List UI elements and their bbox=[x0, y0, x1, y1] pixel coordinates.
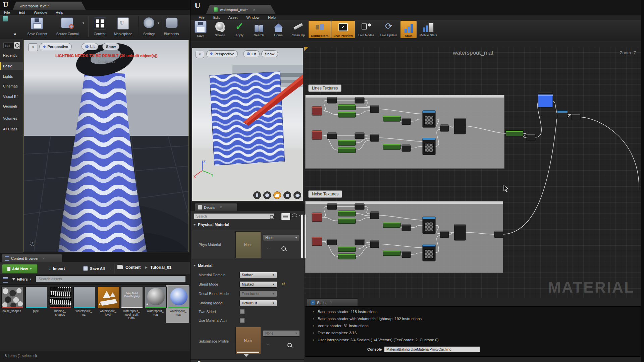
graph-node[interactable] bbox=[440, 231, 449, 238]
graph-node[interactable] bbox=[557, 111, 568, 118]
modes-panel-icon[interactable] bbox=[3, 16, 8, 21]
menu-file[interactable]: File bbox=[199, 15, 205, 19]
details-visibility-button[interactable]: ▼ bbox=[292, 214, 301, 217]
material-tab[interactable]: waterspout_mat* × bbox=[206, 5, 276, 14]
source-control-caret-icon[interactable]: ▼ bbox=[82, 21, 85, 25]
graph-node[interactable] bbox=[370, 105, 379, 113]
toolbar-save-button[interactable]: Save bbox=[191, 21, 210, 38]
settings-caret-icon[interactable]: ▼ bbox=[157, 21, 160, 25]
phys-material-browse-icon[interactable] bbox=[281, 246, 286, 251]
graph-node[interactable] bbox=[338, 254, 356, 259]
toolbar-home-button[interactable]: Home bbox=[269, 21, 288, 37]
subsurface-profile-thumbnail[interactable]: None bbox=[235, 327, 261, 354]
menu-edit[interactable]: Edit bbox=[19, 10, 25, 14]
toolbar-live-preview-button[interactable]: ✓ Live Preview bbox=[331, 21, 355, 38]
graph-node[interactable] bbox=[454, 224, 466, 240]
level-viewport[interactable]: ▼ ✥ Perspective Lit Show LIGHTING NEEDS … bbox=[23, 40, 189, 252]
details-search-input[interactable] bbox=[194, 213, 274, 219]
graph-node[interactable] bbox=[423, 244, 435, 261]
tab-close-icon[interactable]: × bbox=[253, 8, 255, 12]
breadcrumb-content[interactable]: Content bbox=[125, 265, 141, 270]
menu-edit[interactable]: Edit bbox=[213, 15, 220, 19]
phys-material-thumbnail[interactable]: None bbox=[235, 231, 261, 258]
graph-node[interactable] bbox=[355, 133, 364, 139]
toolbar-connectors-button[interactable]: Connectors bbox=[309, 21, 331, 38]
graph-node[interactable] bbox=[370, 212, 379, 219]
graph-node[interactable] bbox=[402, 251, 411, 258]
menu-file[interactable]: File bbox=[4, 10, 10, 14]
use-material-attributes-checkbox[interactable] bbox=[239, 318, 245, 323]
material-domain-dropdown[interactable]: Surface▼ bbox=[239, 272, 277, 278]
graph-node[interactable] bbox=[572, 114, 580, 120]
content-icon[interactable] bbox=[94, 17, 106, 29]
mode-item-basic[interactable]: Basic bbox=[0, 62, 23, 70]
viewport-perspective-button[interactable]: ✥ Perspective bbox=[39, 43, 72, 50]
viewport-show-button[interactable]: Show bbox=[102, 43, 119, 50]
breadcrumb-current[interactable]: Tutorial_01 bbox=[150, 265, 171, 270]
graph-node[interactable] bbox=[370, 240, 379, 248]
details-scroll-more-icon[interactable] bbox=[244, 354, 249, 357]
graph-node[interactable] bbox=[327, 97, 337, 103]
nav-back-button[interactable]: ← bbox=[100, 265, 105, 271]
asset-tile-waterspout-01[interactable] bbox=[73, 287, 95, 308]
graph-node[interactable] bbox=[383, 250, 400, 256]
toolbar-live-update-button[interactable]: ⟳ Live Update bbox=[378, 21, 400, 37]
graph-node[interactable] bbox=[454, 118, 466, 134]
graph-node[interactable] bbox=[338, 147, 356, 153]
content-browser-tab[interactable]: Content Browser × bbox=[1, 254, 62, 262]
level-tab[interactable]: waterspout_level* bbox=[13, 1, 86, 10]
mode-item-volumes[interactable]: Volumes bbox=[0, 115, 23, 122]
graph-node[interactable] bbox=[402, 224, 411, 231]
graph-node[interactable] bbox=[338, 140, 356, 145]
mode-item-geometry[interactable]: Geometr bbox=[0, 103, 23, 110]
toolbar-live-nodes-button[interactable]: Live Nodes bbox=[356, 21, 377, 37]
toolbar-search-button[interactable]: Search bbox=[250, 21, 268, 37]
material-node-graph[interactable]: waterspout_mat Zoom -7 Lines Textures No… bbox=[304, 47, 642, 298]
tab-close-icon[interactable]: × bbox=[43, 256, 45, 260]
viewport-lit-button[interactable]: Lit bbox=[82, 43, 98, 50]
shape-plane-button[interactable] bbox=[273, 191, 281, 199]
graph-node[interactable] bbox=[338, 112, 356, 117]
preview-perspective-button[interactable]: ✥ Perspective bbox=[206, 50, 238, 57]
preview-lit-button[interactable]: Lit bbox=[243, 50, 260, 57]
toolbar-cleanup-button[interactable]: Clean Up bbox=[288, 21, 308, 37]
graph-node[interactable] bbox=[355, 239, 364, 245]
toolbar-mobile-stats-button[interactable]: Mobile Stats bbox=[417, 21, 439, 37]
graph-node[interactable] bbox=[494, 231, 503, 238]
graph-node[interactable] bbox=[338, 218, 356, 224]
import-button[interactable]: ⤓ Import bbox=[49, 264, 65, 273]
graph-node[interactable] bbox=[370, 134, 379, 141]
tab-close-icon[interactable]: × bbox=[330, 301, 332, 304]
blend-mode-dropdown[interactable]: Masked▼ bbox=[239, 281, 277, 288]
toolbar-stats-button[interactable]: Stats bbox=[400, 21, 417, 38]
preview-options-caret[interactable]: ▼ bbox=[196, 51, 204, 58]
graph-node[interactable] bbox=[327, 133, 337, 139]
details-scrollbar[interactable] bbox=[301, 215, 303, 258]
asset-tile-built-data[interactable]: Map Build Data Registry bbox=[121, 287, 143, 308]
material-preview-viewport[interactable]: Z X Y ▼ ✥ Perspective Lit Show bbox=[192, 48, 303, 201]
graph-node[interactable] bbox=[338, 246, 356, 252]
graph-node[interactable] bbox=[327, 203, 337, 209]
stats-tab[interactable]: ≡ Stats × bbox=[307, 298, 358, 306]
expand-chevrons-icon[interactable]: » bbox=[13, 31, 16, 37]
phys-material-dropdown[interactable]: None▼ bbox=[263, 235, 300, 241]
view-options-icon[interactable] bbox=[3, 277, 8, 283]
graph-node[interactable] bbox=[312, 131, 322, 139]
asset-tile-noise-shapes[interactable] bbox=[1, 287, 23, 308]
graph-node[interactable] bbox=[402, 145, 411, 152]
asset-tile-waterspout-mat[interactable]: * bbox=[145, 287, 167, 308]
preview-show-button[interactable]: Show bbox=[261, 50, 278, 57]
mode-item-lights[interactable]: Lights bbox=[0, 73, 23, 80]
save-current-icon[interactable] bbox=[31, 17, 43, 29]
console-input[interactable] bbox=[384, 346, 480, 352]
graph-node[interactable] bbox=[423, 217, 435, 234]
graph-node[interactable] bbox=[312, 107, 322, 115]
menu-help[interactable]: Help bbox=[56, 10, 63, 14]
menu-window[interactable]: Window bbox=[34, 10, 47, 14]
viewport-options-caret[interactable]: ▼ bbox=[28, 43, 38, 51]
subsurface-browse-icon[interactable] bbox=[287, 343, 292, 347]
menu-window[interactable]: Window bbox=[246, 15, 259, 19]
shape-teapot-button[interactable] bbox=[293, 191, 301, 199]
graph-node[interactable] bbox=[538, 91, 553, 107]
shape-sphere-button[interactable] bbox=[263, 191, 271, 199]
